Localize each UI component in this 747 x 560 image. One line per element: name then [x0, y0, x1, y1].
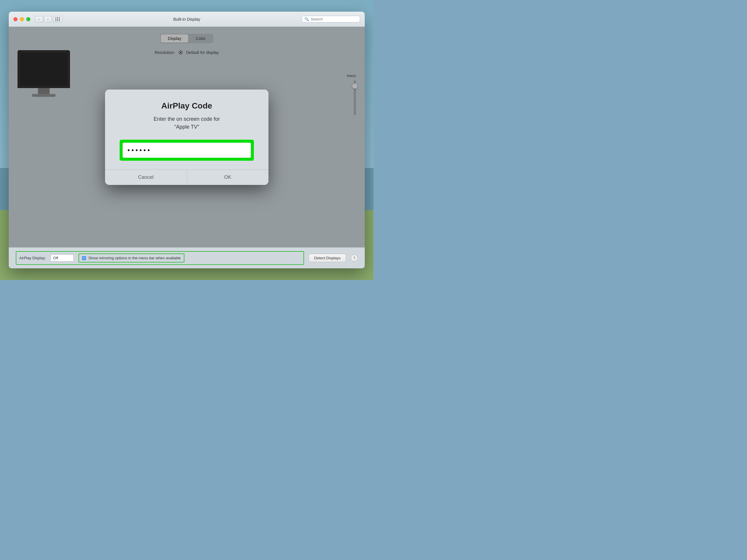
mirroring-label: Show mirroring options in the menu bar w… — [88, 256, 181, 260]
bottom-bar: AirPlay Display: Off Show mirroring opti… — [9, 247, 365, 268]
modal-overlay: AirPlay Code Enter the on screen code fo… — [9, 27, 365, 247]
modal-subtitle: Enter the on screen code for“Apple TV” — [120, 115, 254, 131]
nav-buttons: ‹ › — [35, 16, 52, 23]
modal-body: AirPlay Code Enter the on screen code fo… — [105, 89, 268, 161]
minimize-button[interactable] — [20, 17, 24, 21]
help-button[interactable]: ? — [351, 255, 358, 262]
traffic-lights — [14, 17, 30, 21]
mirroring-checkbox-row: Show mirroring options in the menu bar w… — [78, 254, 184, 263]
search-input[interactable] — [311, 17, 357, 21]
cancel-button[interactable]: Cancel — [105, 170, 187, 185]
grid-icon — [55, 17, 60, 21]
search-icon: 🔍 — [304, 17, 309, 21]
maximize-button[interactable] — [26, 17, 30, 21]
airplay-dropdown[interactable]: Off — [50, 254, 74, 262]
back-button[interactable]: ‹ — [35, 16, 43, 23]
ok-button[interactable]: OK — [187, 170, 269, 185]
airplay-code-modal: AirPlay Code Enter the on screen code fo… — [105, 89, 268, 185]
forward-button[interactable]: › — [44, 16, 52, 23]
window-content: Display Color Resolution: Default for di… — [9, 27, 365, 247]
airplay-display-label: AirPlay Display: — [19, 256, 46, 260]
title-bar: ‹ › Built-in Display 🔍 — [9, 12, 365, 27]
airplay-row: AirPlay Display: Off Show mirroring opti… — [16, 251, 304, 265]
close-button[interactable] — [14, 17, 18, 21]
grid-view-button[interactable] — [53, 16, 62, 23]
detect-displays-button[interactable]: Detect Displays — [309, 254, 346, 262]
mirroring-checkbox[interactable] — [82, 256, 86, 260]
modal-footer: Cancel OK — [105, 169, 268, 185]
window-title: Built-in Display — [173, 17, 201, 22]
modal-title: AirPlay Code — [120, 101, 254, 110]
airplay-code-input[interactable]: ****** — [123, 143, 251, 158]
code-input-wrapper: ****** — [120, 140, 254, 161]
search-box[interactable]: 🔍 — [302, 16, 360, 23]
mac-window: ‹ › Built-in Display 🔍 Display — [9, 12, 365, 268]
